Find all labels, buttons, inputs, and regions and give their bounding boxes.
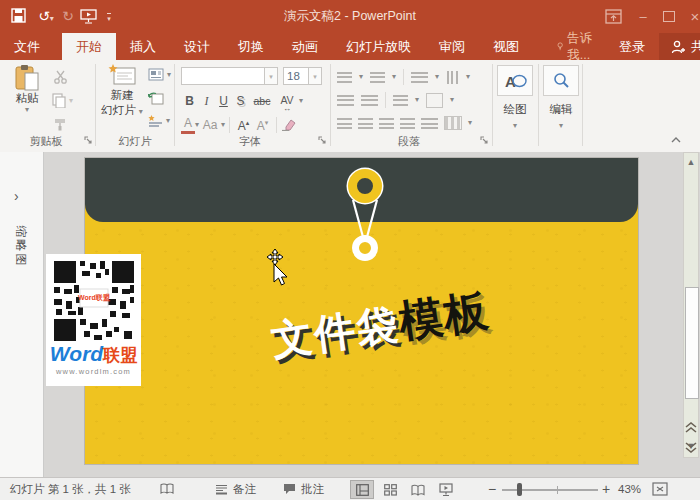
font-size-combo[interactable]: ▾ xyxy=(283,67,322,85)
tab-transitions[interactable]: 切换 xyxy=(224,33,278,60)
sign-in-button[interactable]: 登录 xyxy=(605,33,659,60)
next-slide-button[interactable] xyxy=(685,442,697,453)
double-chevron-down-icon xyxy=(685,442,697,453)
mouse-cursor xyxy=(262,248,290,286)
divider xyxy=(276,117,277,133)
slide-number-status[interactable]: 幻灯片 第 1 张，共 1 张 xyxy=(10,478,131,500)
align-text-caret-icon[interactable]: ▾ xyxy=(450,96,454,104)
grow-font-button[interactable]: A▴ xyxy=(234,113,253,136)
italic-button[interactable]: I xyxy=(198,91,215,111)
tab-design[interactable]: 设计 xyxy=(170,33,224,60)
layout-icon xyxy=(148,68,164,81)
text-direction-icon[interactable] xyxy=(447,71,458,84)
slide[interactable]: 文件袋模板 xyxy=(85,158,638,464)
envelope-button-top[interactable] xyxy=(348,169,382,203)
font-dialog-launcher[interactable] xyxy=(318,136,328,146)
comments-button[interactable]: 批注 xyxy=(283,478,324,500)
tab-home[interactable]: 开始 xyxy=(62,33,116,60)
align-right-icon[interactable] xyxy=(379,118,394,129)
bullets-caret-icon[interactable]: ▾ xyxy=(359,73,363,81)
tab-review[interactable]: 审阅 xyxy=(425,33,479,60)
new-slide-button[interactable]: 新建 幻灯片 ▾ xyxy=(99,64,145,118)
zoom-percentage[interactable]: 43% xyxy=(618,478,641,500)
bold-button[interactable]: B xyxy=(181,91,198,111)
share-button[interactable]: 共享 xyxy=(659,33,700,60)
text-direction-caret-icon[interactable]: ▾ xyxy=(466,73,470,81)
font-size-caret-icon[interactable]: ▾ xyxy=(309,67,322,85)
tab-insert[interactable]: 插入 xyxy=(116,33,170,60)
align-center-icon[interactable] xyxy=(358,118,373,129)
text-shadow-button[interactable]: S xyxy=(232,91,249,111)
paste-button[interactable]: 粘贴 ▾ xyxy=(8,64,46,114)
zoom-slider-thumb[interactable] xyxy=(517,483,522,496)
tell-me-box[interactable]: 告诉我... xyxy=(547,33,605,60)
scroll-up-button[interactable]: ▲ xyxy=(684,157,698,167)
tab-animations[interactable]: 动画 xyxy=(278,33,332,60)
smartart-convert-icon[interactable] xyxy=(444,116,462,130)
clear-formatting-button[interactable] xyxy=(281,118,296,131)
columns-icon[interactable] xyxy=(393,95,408,106)
character-spacing-button[interactable]: AV ↔ xyxy=(275,90,299,111)
reading-view-button[interactable] xyxy=(406,480,430,499)
reset-slide-button[interactable] xyxy=(148,91,164,105)
layout-button[interactable]: ▾ xyxy=(148,68,171,81)
group-divider xyxy=(492,64,493,146)
align-text-icon[interactable] xyxy=(426,93,443,108)
decrease-indent-icon[interactable] xyxy=(337,95,354,106)
cut-button[interactable] xyxy=(53,70,68,84)
format-painter-button[interactable] xyxy=(53,117,67,131)
zoom-in-button[interactable]: + xyxy=(602,478,610,500)
new-slide-caret-icon: ▾ xyxy=(139,107,143,116)
font-color-button[interactable]: A xyxy=(181,116,195,134)
increase-indent-icon[interactable] xyxy=(361,95,378,106)
numbering-caret-icon[interactable]: ▾ xyxy=(392,73,396,81)
font-size-input[interactable] xyxy=(283,67,309,85)
ribbon-display-options-button[interactable] xyxy=(600,0,626,33)
clipboard-dialog-launcher[interactable] xyxy=(84,136,94,146)
strikethrough-button[interactable]: abc xyxy=(249,91,275,111)
slide-sorter-view-button[interactable] xyxy=(378,480,402,499)
vertical-scrollbar[interactable]: ▲ ▼ xyxy=(683,152,699,458)
editing-button[interactable]: 编辑 ▾ xyxy=(542,65,580,130)
section-button[interactable]: ▾ xyxy=(148,114,170,128)
drawing-button[interactable]: A 绘图 ▾ xyxy=(496,65,534,130)
maximize-button[interactable] xyxy=(656,0,682,33)
copy-button[interactable]: ▾ xyxy=(52,93,73,108)
envelope-ring-bottom[interactable] xyxy=(352,235,378,261)
scrollbar-thumb[interactable] xyxy=(685,287,699,399)
zoom-out-button[interactable]: − xyxy=(488,478,496,500)
align-left-icon[interactable] xyxy=(337,118,352,129)
font-name-caret-icon[interactable]: ▾ xyxy=(265,67,278,85)
tab-view[interactable]: 视图 xyxy=(479,33,533,60)
paragraph-dialog-launcher[interactable] xyxy=(480,136,490,146)
font-name-input[interactable] xyxy=(181,67,265,85)
justify-icon[interactable] xyxy=(400,118,415,129)
tab-file[interactable]: 文件 xyxy=(0,33,54,60)
change-case-button[interactable]: Aa xyxy=(199,115,221,135)
close-button[interactable]: × xyxy=(682,0,700,33)
numbering-icon[interactable] xyxy=(370,72,385,83)
line-spacing-icon[interactable] xyxy=(411,72,428,83)
columns-caret-icon[interactable]: ▾ xyxy=(415,96,419,104)
thumbnail-pane-collapsed[interactable]: › 缩略图 xyxy=(0,152,44,477)
slideshow-view-button[interactable] xyxy=(434,480,458,499)
change-case-caret-icon[interactable]: ▾ xyxy=(221,121,225,129)
proofing-button[interactable] xyxy=(160,483,174,500)
spacing-caret-icon[interactable]: ▾ xyxy=(299,97,303,105)
fit-to-window-button[interactable] xyxy=(652,482,668,496)
font-name-combo[interactable]: ▾ xyxy=(181,67,278,85)
editing-caret-icon: ▾ xyxy=(542,122,580,130)
smartart-caret-icon[interactable]: ▾ xyxy=(468,119,472,127)
notes-button[interactable]: 备注 xyxy=(215,478,256,500)
shrink-font-button[interactable]: A▾ xyxy=(253,113,272,136)
line-spacing-caret-icon[interactable]: ▾ xyxy=(435,73,439,81)
previous-slide-button[interactable] xyxy=(685,422,697,433)
bullets-icon[interactable] xyxy=(337,72,352,83)
expand-pane-chevron-icon[interactable]: › xyxy=(14,188,19,204)
distribute-icon[interactable] xyxy=(421,118,438,129)
collapse-ribbon-button[interactable] xyxy=(670,136,682,144)
underline-button[interactable]: U xyxy=(215,91,232,111)
minimize-button[interactable]: – xyxy=(630,0,656,33)
normal-view-button[interactable] xyxy=(350,480,374,499)
tab-slideshow[interactable]: 幻灯片放映 xyxy=(332,33,425,60)
